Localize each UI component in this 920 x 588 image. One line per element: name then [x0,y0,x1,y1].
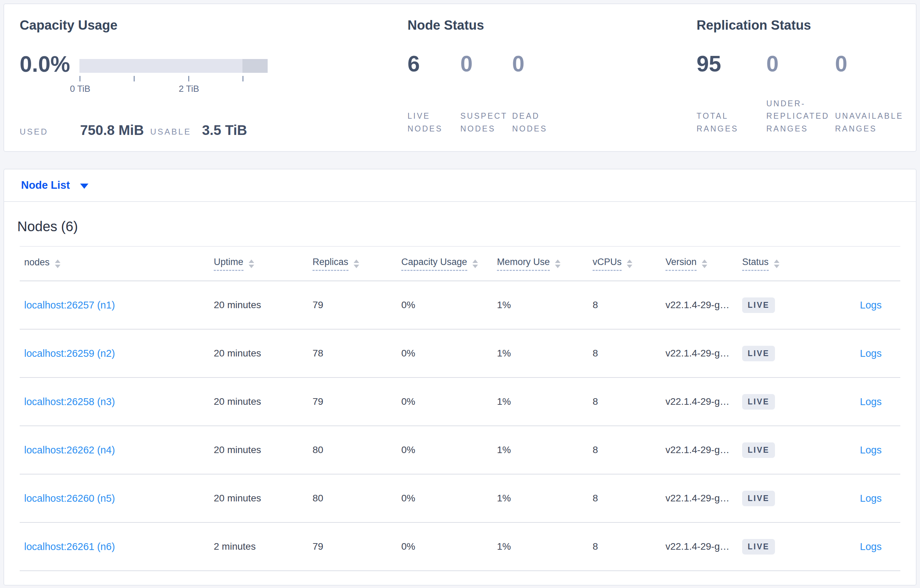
version-cell: v22.1.4-29-g… [666,541,742,552]
gauge-tick-2 [188,76,189,81]
table-row-n5: localhost:26260 (n5) 20 minutes 80 0% 1%… [20,475,900,523]
node-link[interactable]: localhost:26258 (n3) [24,396,214,407]
sort-arrows-icon[interactable] [774,260,779,268]
column-header-vcpus[interactable]: vCPUs [593,257,666,271]
uptime-cell: 20 minutes [214,299,313,310]
version-cell: v22.1.4-29-g… [666,348,742,359]
replicas-cell: 78 [313,348,401,359]
replicas-cell: 80 [313,444,401,456]
suspect-nodes-value: 0 [460,53,512,75]
logs-link[interactable]: Logs [860,541,882,552]
table-row-n3: localhost:26258 (n3) 20 minutes 79 0% 1%… [20,378,900,426]
table-row-n1: localhost:26257 (n1) 20 minutes 79 0% 1%… [20,281,900,330]
suspect-nodes-metric: 0 SUSPECT NODES [460,53,512,135]
nodes-table-header-row: nodes Uptime Replicas Capacity Usage Mem… [20,247,900,281]
node-status-metrics: 6 LIVE NODES 0 SUSPECT NODES 0 DEAD NODE… [408,53,571,135]
live-nodes-label: LIVE NODES [408,110,449,135]
live-nodes-metric: 6 LIVE NODES [408,53,460,135]
column-header-uptime-label: Uptime [214,257,243,271]
sort-arrows-icon[interactable] [249,260,254,268]
version-cell: v22.1.4-29-g… [666,396,742,407]
memory-cell: 1% [497,493,593,504]
replicas-cell: 79 [313,396,401,407]
replicas-cell: 79 [313,299,401,310]
live-status-badge: LIVE [742,443,775,458]
replicas-cell: 80 [313,493,401,504]
status-cell: LIVE [742,443,825,458]
live-nodes-value: 6 [408,53,460,75]
sort-arrows-icon[interactable] [555,260,560,268]
unavailable-ranges-value: 0 [835,53,911,75]
sort-arrows-icon[interactable] [473,260,478,268]
uptime-cell: 20 minutes [214,348,313,359]
node-list-dropdown[interactable]: Node List [21,179,88,192]
capacity-cell: 0% [401,299,497,310]
memory-cell: 1% [497,396,593,407]
unavailable-ranges-label: UNAVAILABLE RANGES [835,110,920,135]
under-replicated-ranges-metric: 0 UNDER-REPLICATED RANGES [766,53,835,135]
status-cell: LIVE [742,346,825,361]
replicas-cell: 79 [313,541,401,552]
live-status-badge: LIVE [742,394,775,410]
node-list-card: Node List Nodes (6) nodes Uptime Replica… [3,169,917,586]
memory-cell: 1% [497,444,593,456]
sort-arrows-icon[interactable] [354,260,359,268]
uptime-cell: 20 minutes [214,396,313,407]
used-label: USED [20,127,49,137]
vcpus-cell: 8 [593,493,666,504]
dead-nodes-metric: 0 DEAD NODES [512,53,571,135]
node-status-panel: Node Status 6 LIVE NODES 0 SUSPECT NODES… [408,17,622,139]
memory-cell: 1% [497,299,593,310]
total-ranges-metric: 95 TOTAL RANGES [696,53,766,135]
replication-status-panel: Replication Status 95 TOTAL RANGES 0 UND… [696,17,911,139]
live-status-badge: LIVE [742,539,775,554]
node-link[interactable]: localhost:26260 (n5) [24,493,214,504]
status-cell: LIVE [742,297,825,313]
capacity-cell: 0% [401,444,497,456]
logs-link[interactable]: Logs [860,299,882,311]
sort-arrows-icon[interactable] [55,260,60,268]
logs-link[interactable]: Logs [860,444,882,456]
nodes-table: nodes Uptime Replicas Capacity Usage Mem… [20,246,900,571]
column-header-uptime[interactable]: Uptime [214,257,313,271]
table-row-n6: localhost:26261 (n6) 2 minutes 79 0% 1% … [20,523,900,571]
memory-cell: 1% [497,541,593,552]
node-link[interactable]: localhost:26261 (n6) [24,541,214,552]
usable-label: USABLE [150,127,191,137]
column-header-nodes[interactable]: nodes [24,257,214,270]
capacity-usage-title: Capacity Usage [20,17,293,33]
column-header-version[interactable]: Version [666,257,742,271]
dead-nodes-value: 0 [512,53,571,75]
gauge-tick-0 [79,76,81,81]
column-header-version-label: Version [666,257,696,271]
node-status-title: Node Status [408,17,622,33]
column-header-replicas-label: Replicas [313,257,348,271]
under-replicated-ranges-value: 0 [766,53,835,75]
gauge-tick-3 [243,76,243,81]
replication-status-title: Replication Status [696,17,911,33]
status-cell: LIVE [742,394,825,410]
node-link[interactable]: localhost:26262 (n4) [24,444,214,456]
column-header-capacity-usage[interactable]: Capacity Usage [401,257,497,271]
capacity-usage-panel: Capacity Usage 0.0% 0 TiB 2 TiB USED 750… [20,17,293,139]
logs-link[interactable]: Logs [860,396,882,407]
caret-down-icon [80,184,88,189]
column-header-nodes-label: nodes [24,257,50,270]
version-cell: v22.1.4-29-g… [666,444,742,456]
node-link[interactable]: localhost:26257 (n1) [24,299,214,311]
column-header-memory-use[interactable]: Memory Use [497,257,593,271]
capacity-used-usable-row: USED 750.8 MiB USABLE 3.5 TiB [20,121,293,138]
column-header-replicas[interactable]: Replicas [313,257,401,271]
capacity-cell: 0% [401,348,497,359]
logs-link[interactable]: Logs [860,493,882,504]
column-header-status-label: Status [742,257,769,271]
vcpus-cell: 8 [593,299,666,310]
sort-arrows-icon[interactable] [702,260,707,268]
node-list-dropdown-label: Node List [21,179,70,192]
node-link[interactable]: localhost:26259 (n2) [24,348,214,359]
logs-link[interactable]: Logs [860,348,882,359]
sort-arrows-icon[interactable] [627,260,632,268]
table-row-n2: localhost:26259 (n2) 20 minutes 78 0% 1%… [20,330,900,378]
column-header-status[interactable]: Status [742,257,825,271]
status-cell: LIVE [742,539,825,554]
